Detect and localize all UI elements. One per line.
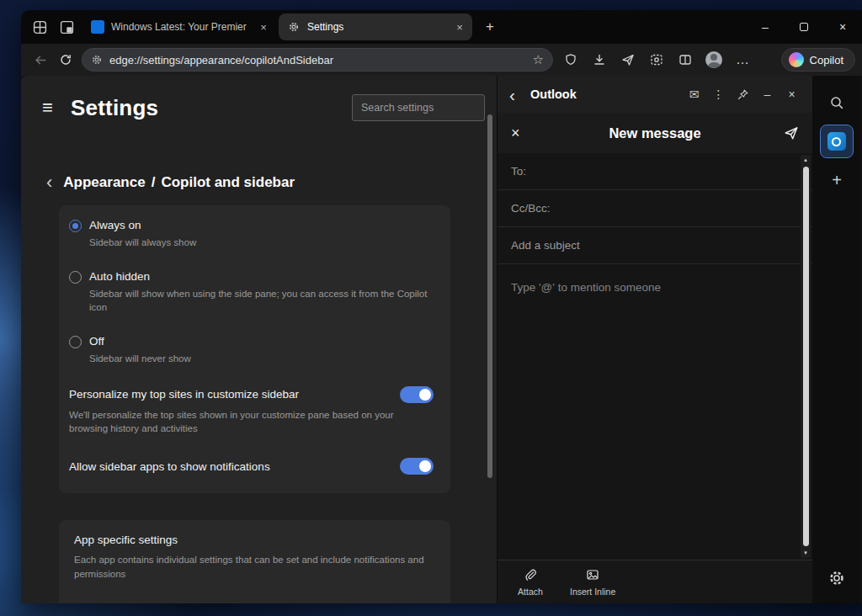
- breadcrumb-parent[interactable]: Appearance: [63, 174, 145, 190]
- outlook-panel-title: Outlook: [530, 88, 577, 101]
- settings-scrollbar[interactable]: [487, 114, 492, 478]
- window-minimize-button[interactable]: –: [746, 10, 785, 44]
- windows-latest-favicon: [91, 20, 104, 34]
- scroll-down-icon[interactable]: ▼: [803, 548, 808, 558]
- refresh-button[interactable]: [53, 47, 78, 72]
- back-button[interactable]: [28, 47, 53, 72]
- browser-content: ≡ Settings ‹ Appearance/Copilot and side…: [21, 76, 862, 603]
- app-specific-title: App specific settings: [74, 534, 435, 546]
- image-icon: [586, 568, 599, 583]
- profile-avatar[interactable]: [700, 47, 728, 72]
- app-specific-description: Each app contains individual settings th…: [74, 553, 435, 582]
- tab-windows-latest[interactable]: Windows Latest: Your Premier Sou ×: [82, 13, 276, 40]
- scroll-up-icon[interactable]: ▲: [803, 155, 808, 165]
- radio-option-off[interactable]: Off Sidebar will never show: [69, 335, 434, 366]
- split-screen-icon[interactable]: [671, 47, 700, 72]
- browser-toolbar: edge://settings/appearance/copilotAndSid…: [21, 44, 862, 76]
- settings-search-box[interactable]: [352, 94, 485, 121]
- radio-option-auto-hidden[interactable]: Auto hidden Sidebar will show when using…: [69, 270, 434, 315]
- web-capture-icon[interactable]: [642, 47, 671, 72]
- edge-sidebar-strip: +: [812, 76, 861, 603]
- outlook-panel-header: ‹ Outlook ✉ ⋮ – ×: [498, 76, 812, 113]
- radio-selected-icon[interactable]: [69, 220, 82, 232]
- breadcrumb-separator: /: [152, 174, 156, 190]
- radio-description: Sidebar will show when using the side pa…: [89, 287, 434, 315]
- copilot-label: Copilot: [810, 54, 843, 66]
- radio-label: Off: [89, 335, 191, 348]
- radio-option-always-on[interactable]: Always on Sidebar will always show: [69, 219, 434, 250]
- attach-label: Attach: [518, 587, 543, 597]
- browser-essentials-icon[interactable]: [556, 47, 585, 72]
- settings-page-title: Settings: [71, 95, 158, 121]
- breadcrumb-text: Appearance/Copilot and sidebar: [63, 174, 295, 191]
- to-field[interactable]: To:: [498, 153, 812, 190]
- outlook-sidebar-panel: ‹ Outlook ✉ ⋮ – × × New message: [497, 76, 812, 603]
- send-icon[interactable]: [772, 125, 799, 141]
- window-close-button[interactable]: ×: [823, 10, 862, 44]
- avatar: [705, 51, 722, 68]
- insert-inline-label: Insert Inline: [570, 587, 615, 597]
- tab-actions-icon[interactable]: [53, 14, 80, 40]
- sidebar-search-icon[interactable]: [820, 86, 854, 119]
- sidebar-outlook-icon[interactable]: [820, 125, 854, 158]
- toggle-sidebar-notifications: Allow sidebar apps to show notifications: [69, 458, 434, 475]
- tab-close-icon[interactable]: ×: [256, 19, 271, 35]
- radio-icon[interactable]: [69, 336, 82, 348]
- sidebar-settings-card: Always on Sidebar will always show Auto …: [59, 205, 450, 493]
- compose-close-icon[interactable]: ×: [511, 125, 538, 142]
- radio-icon[interactable]: [69, 271, 82, 284]
- outlook-close-icon[interactable]: ×: [780, 82, 804, 106]
- downloads-icon[interactable]: [585, 47, 614, 72]
- breadcrumb: ‹ Appearance/Copilot and sidebar: [46, 173, 497, 192]
- outlook-mail-icon[interactable]: ✉: [682, 82, 706, 106]
- browser-titlebar: Windows Latest: Your Premier Sou × Setti…: [21, 10, 862, 44]
- toggle-label: Personalize my top sites in customize si…: [69, 388, 400, 401]
- to-field-label: To:: [511, 165, 526, 178]
- subject-field[interactable]: Add a subject: [498, 227, 812, 264]
- scrollbar-thumb[interactable]: [803, 167, 809, 546]
- outlook-minimize-icon[interactable]: –: [755, 82, 780, 106]
- app-specific-settings-card: App specific settings Each app contains …: [59, 520, 450, 603]
- settings-header: ≡ Settings: [21, 76, 497, 121]
- site-info-icon[interactable]: [91, 54, 103, 66]
- radio-label: Auto hidden: [89, 270, 434, 283]
- breadcrumb-current: Copilot and sidebar: [161, 174, 295, 190]
- address-bar[interactable]: edge://settings/appearance/copilotAndSid…: [82, 48, 553, 72]
- insert-inline-button[interactable]: Insert Inline: [570, 568, 615, 597]
- attach-button[interactable]: Attach: [511, 568, 550, 597]
- compose-header: × New message: [498, 113, 812, 153]
- settings-search-input[interactable]: [361, 102, 476, 114]
- breadcrumb-back-icon[interactable]: ‹: [46, 173, 52, 192]
- toolbar-more-icon[interactable]: …: [728, 47, 757, 72]
- tab-close-icon[interactable]: ×: [452, 19, 467, 35]
- window-maximize-button[interactable]: [785, 10, 823, 44]
- sidebar-add-icon[interactable]: +: [820, 163, 854, 197]
- toggle-personalize-top-sites: Personalize my top sites in customize si…: [69, 386, 434, 436]
- favorites-star-icon[interactable]: ☆: [533, 52, 544, 67]
- outlook-pin-icon[interactable]: [731, 82, 755, 106]
- new-tab-button[interactable]: +: [477, 15, 503, 39]
- outlook-back-icon[interactable]: ‹: [509, 86, 526, 104]
- settings-gear-favicon: [287, 20, 301, 34]
- sidebar-settings-gear-icon[interactable]: [820, 561, 854, 595]
- outlook-more-icon[interactable]: ⋮: [706, 82, 731, 106]
- radio-label: Always on: [89, 219, 196, 231]
- toggle-switch[interactable]: [400, 386, 434, 403]
- radio-description: Sidebar will never show: [89, 352, 191, 366]
- compose-scrollbar[interactable]: ▲ ▼: [801, 155, 811, 558]
- paperclip-icon: [524, 568, 537, 583]
- cc-bcc-field-label: Cc/Bcc:: [511, 202, 551, 215]
- window-controls: – ×: [746, 10, 862, 44]
- cc-bcc-field[interactable]: Cc/Bcc:: [498, 190, 812, 227]
- share-send-icon[interactable]: [614, 47, 642, 72]
- toggle-switch[interactable]: [400, 458, 434, 475]
- settings-menu-icon[interactable]: ≡: [42, 98, 64, 117]
- tab-settings[interactable]: Settings ×: [279, 13, 472, 40]
- radio-description: Sidebar will always show: [89, 236, 196, 250]
- settings-page: ≡ Settings ‹ Appearance/Copilot and side…: [21, 76, 497, 603]
- workspaces-icon[interactable]: [26, 14, 53, 40]
- copilot-button[interactable]: Copilot: [781, 48, 855, 72]
- toggle-label: Allow sidebar apps to show notifications: [69, 460, 400, 473]
- message-body-field[interactable]: Type '@' to mention someone: [498, 264, 812, 311]
- outlook-header-icons: ✉ ⋮ – ×: [682, 82, 804, 106]
